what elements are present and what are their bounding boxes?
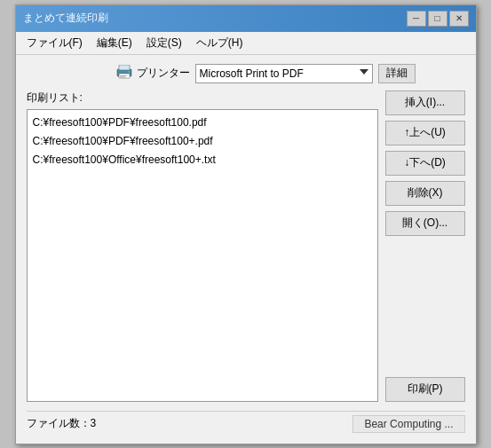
down-button[interactable]: ↓下へ(D) xyxy=(385,151,465,176)
detail-button[interactable]: 詳細 xyxy=(378,64,416,83)
right-panel: 挿入(I)... ↑上へ(U) ↓下へ(D) 削除(X) 開く(O)... 印刷… xyxy=(385,90,465,402)
printer-dropdown[interactable]: Microsoft Print to PDF xyxy=(195,64,373,83)
close-button[interactable]: ✕ xyxy=(449,11,469,27)
file-list[interactable]: C:¥freesoft100¥PDF¥freesoft100.pdf C:¥fr… xyxy=(27,109,378,402)
list-item[interactable]: C:¥freesoft100¥PDF¥freesoft100+.pdf xyxy=(31,132,374,151)
window-title: まとめて連続印刷 xyxy=(23,11,108,26)
printer-section: プリンター Microsoft Print to PDF 詳細 xyxy=(115,64,465,83)
title-bar: まとめて連続印刷 ─ □ ✕ xyxy=(16,5,476,32)
list-item[interactable]: C:¥freesoft100¥PDF¥freesoft100.pdf xyxy=(31,114,374,132)
menu-settings[interactable]: 設定(S) xyxy=(139,34,189,52)
status-bar: ファイル数：3 Bear Computing ... xyxy=(27,411,465,435)
printer-icon xyxy=(115,65,133,82)
printer-section-label: プリンター xyxy=(137,66,190,81)
delete-button[interactable]: 削除(X) xyxy=(385,181,465,206)
title-bar-controls: ─ □ ✕ xyxy=(407,11,469,27)
button-spacer xyxy=(385,241,465,372)
printer-label: プリンター xyxy=(115,65,190,82)
bear-computing-label: Bear Computing ... xyxy=(352,415,464,433)
up-button[interactable]: ↑上へ(U) xyxy=(385,121,465,145)
menu-edit[interactable]: 編集(E) xyxy=(90,34,139,52)
menu-file[interactable]: ファイル(F) xyxy=(20,34,90,52)
list-label: 印刷リスト: xyxy=(27,90,378,106)
svg-rect-4 xyxy=(120,77,125,78)
file-count: ファイル数：3 xyxy=(27,416,97,431)
svg-rect-3 xyxy=(120,75,127,76)
list-item[interactable]: C:¥freesoft100¥Office¥freesoft100+.txt xyxy=(31,151,374,169)
menu-bar: ファイル(F) 編集(E) 設定(S) ヘルプ(H) xyxy=(16,32,476,55)
content-area: プリンター Microsoft Print to PDF 詳細 印刷リスト: C… xyxy=(16,55,476,444)
svg-point-5 xyxy=(128,71,130,73)
svg-rect-1 xyxy=(119,65,130,70)
left-panel: 印刷リスト: C:¥freesoft100¥PDF¥freesoft100.pd… xyxy=(27,90,378,402)
minimize-button[interactable]: ─ xyxy=(407,11,426,27)
main-window: まとめて連続印刷 ─ □ ✕ ファイル(F) 編集(E) 設定(S) ヘルプ(H… xyxy=(15,4,477,444)
insert-button[interactable]: 挿入(I)... xyxy=(385,90,465,115)
menu-help[interactable]: ヘルプ(H) xyxy=(189,34,250,52)
main-area: 印刷リスト: C:¥freesoft100¥PDF¥freesoft100.pd… xyxy=(27,90,465,402)
print-button[interactable]: 印刷(P) xyxy=(385,377,465,402)
open-button[interactable]: 開く(O)... xyxy=(385,211,465,236)
maximize-button[interactable]: □ xyxy=(428,11,447,27)
